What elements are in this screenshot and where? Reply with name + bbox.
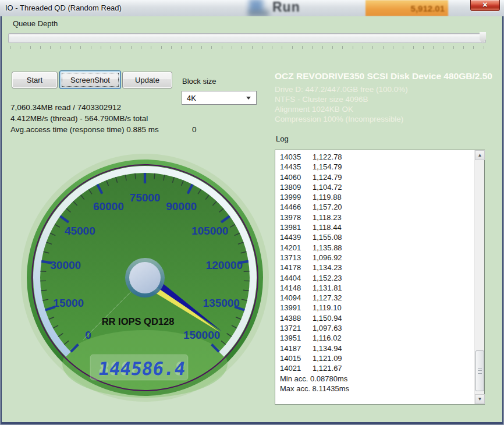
drive-detail-line: Drive D: 447.2/447.0GB free (100.0%) <box>275 84 408 94</box>
svg-text:105000: 105000 <box>191 225 228 237</box>
list-item: 139811,118.44 <box>280 222 473 232</box>
svg-text:30000: 30000 <box>50 259 81 271</box>
svg-text:75000: 75000 <box>130 192 161 204</box>
list-item: 144041,152.23 <box>280 273 473 283</box>
list-item: 141781,134.23 <box>280 263 473 272</box>
iops-gauge: 0150003000045000600007500090000105000120… <box>17 150 273 406</box>
background-run-button-ghost: Run <box>272 0 300 15</box>
scrollbar-thumb[interactable] <box>475 350 484 391</box>
svg-text:60000: 60000 <box>93 200 124 212</box>
access-time-text: Avg.access time (response time) 0.885 ms <box>10 125 159 134</box>
app-window: Run 5,912.01 IO - Threaded QD (Random Re… <box>0 0 504 425</box>
close-button[interactable]: × <box>470 0 500 11</box>
scroll-up-icon[interactable]: ▲ <box>475 150 485 160</box>
list-item: 144391,155.08 <box>280 232 473 242</box>
list-item: 137131,096.92 <box>280 253 473 263</box>
block-size-select[interactable]: 4K <box>182 91 257 105</box>
chevron-down-icon <box>246 97 251 100</box>
drive-detail-line: Alignment 1024KB OK <box>275 104 408 114</box>
scroll-down-icon[interactable]: ▼ <box>475 394 485 404</box>
svg-text:135000: 135000 <box>203 297 240 309</box>
screenshot-button-label: ScreenShot <box>70 76 110 84</box>
close-icon: × <box>482 0 488 9</box>
window-title: IO - Threaded QD (Random Read) <box>5 3 122 12</box>
queue-depth-label: Queue Depth <box>13 19 58 28</box>
list-item: 140941,127.32 <box>280 293 473 303</box>
drive-title: OCZ REVODRIVE350 SCSI Disk Device 480GB/… <box>275 71 504 82</box>
list-summary: Max acc. 8.11435ms <box>280 384 473 394</box>
log-label: Log <box>276 134 289 143</box>
gauge-title: RR IOPS QD128 <box>102 316 175 327</box>
list-item: 143881,150.94 <box>280 313 473 323</box>
list-summary: Min acc. 0.08780ms <box>280 374 473 384</box>
log-scrollbar[interactable]: ▲ ▼ <box>474 150 484 404</box>
list-item: 140601,124.79 <box>280 172 473 182</box>
dialog-body: Queue Depth Start ScreenShot Update Bloc… <box>2 16 502 422</box>
read-total-text: 7,060.34MB read / 7403302912 <box>10 103 121 112</box>
queue-depth-slider[interactable] <box>8 33 486 43</box>
list-item: 139781,118.23 <box>280 212 473 222</box>
list-item: 139911,119.10 <box>280 303 473 313</box>
svg-text:150000: 150000 <box>183 329 220 341</box>
list-item: 142011,135.88 <box>280 243 473 253</box>
list-item: 139511,116.02 <box>280 333 473 343</box>
update-button[interactable]: Update <box>122 72 172 88</box>
list-item: 144661,157.20 <box>280 202 473 212</box>
lcd-value: 144586.4 <box>97 358 187 379</box>
counter-value: 0 <box>192 125 197 134</box>
svg-text:45000: 45000 <box>65 225 95 237</box>
list-item: 141871,134.94 <box>280 343 473 353</box>
log-rows: 140351,122.78144351,154.79140601,124.791… <box>280 152 473 394</box>
speed-text: 4.412MB/s (thread) - 564.790MB/s total <box>10 114 148 123</box>
list-item: 140151,121.09 <box>280 353 473 363</box>
titlebar: Run 5,912.01 IO - Threaded QD (Random Re… <box>0 0 504 16</box>
list-item: 140211,121.67 <box>280 363 473 373</box>
block-size-label: Block size <box>182 77 216 86</box>
background-score-panel-ghost: 5,912.01 <box>365 0 448 16</box>
list-item: 139991,119.88 <box>280 192 473 202</box>
scrollbar-grip <box>478 369 482 374</box>
slider-ticks <box>10 46 484 49</box>
drive-detail-line: NTFS - Cluster size 4096B <box>275 94 408 104</box>
gauge-hub <box>129 262 161 293</box>
list-item: 138091,104.72 <box>280 182 473 192</box>
drive-details: Drive D: 447.2/447.0GB free (100.0%)NTFS… <box>275 84 408 124</box>
list-item: 144351,154.79 <box>280 162 473 172</box>
drive-detail-line: Compression 100% (Incompressible) <box>275 114 408 124</box>
log-listbox[interactable]: 140351,122.78144351,154.79140601,124.791… <box>275 150 485 405</box>
list-item: 140351,122.78 <box>280 152 473 162</box>
background-score-ghost: 5,912.01 <box>411 3 445 13</box>
start-button[interactable]: Start <box>12 72 58 88</box>
list-item: 141481,131.81 <box>280 283 473 293</box>
block-size-value: 4K <box>187 94 196 102</box>
svg-text:15000: 15000 <box>53 297 84 309</box>
svg-text:120000: 120000 <box>206 259 243 271</box>
svg-text:90000: 90000 <box>166 200 197 212</box>
screenshot-button[interactable]: ScreenShot <box>59 70 121 89</box>
background-window-blur <box>248 10 269 16</box>
list-item: 137211,097.63 <box>280 323 473 333</box>
